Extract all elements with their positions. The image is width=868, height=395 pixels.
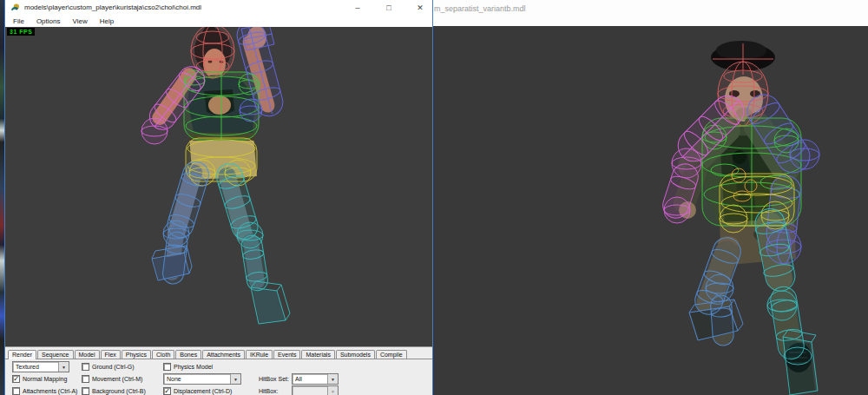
tab-events[interactable]: Events [273, 350, 300, 359]
menu-bar: FileOptionsViewHelp [5, 15, 432, 27]
tab-submodels[interactable]: Submodels [336, 350, 375, 359]
checkbox-label: Ground (Ctrl-G) [92, 364, 135, 370]
menu-options[interactable]: Options [36, 17, 61, 25]
checkbox-box[interactable]: ✓ [12, 375, 20, 383]
hitbox-left-leg [152, 159, 212, 286]
app-icon [10, 3, 20, 12]
menu-file[interactable]: File [13, 17, 24, 25]
physics-model-checkbox[interactable]: Physics Model [163, 363, 213, 371]
hitbox-set-label: HitBox Set: [259, 376, 289, 382]
tab-compile[interactable]: Compile [376, 350, 407, 359]
hitbox-set-value: All [293, 376, 327, 382]
hitbox-right-leg [214, 161, 290, 324]
model-choi[interactable] [5, 27, 432, 346]
back-window-titlebar[interactable]: m_separatist_variantb.mdl [433, 0, 868, 26]
dropdown-arrow-icon: ▼ [327, 386, 338, 395]
close-icon[interactable]: ✕ [415, 3, 425, 12]
attachments-checkbox[interactable]: Attachments (Ctrl-A) [12, 387, 77, 395]
tab-flex[interactable]: Flex [101, 350, 121, 359]
menu-help[interactable]: Help [100, 17, 114, 25]
normal-mapping-checkbox[interactable]: ✓Normal Mapping [12, 375, 67, 383]
front-window: models\player\custom_player\kuristaja\cs… [4, 0, 433, 395]
hitbox-label: HitBox: [259, 388, 279, 394]
checkbox-box[interactable] [82, 375, 89, 383]
tab-strip: RenderSequenceModelFlexPhysicsClothBones… [5, 347, 432, 359]
background-checkbox[interactable]: Background (Ctrl-B) [82, 387, 146, 395]
dropdown-arrow-icon[interactable]: ▼ [327, 374, 338, 384]
desktop: m_separatist_variantb.mdl [0, 0, 868, 395]
dropdown-arrow-icon[interactable]: ▼ [58, 362, 69, 372]
back-model-viewport[interactable] [433, 26, 868, 395]
tab-bones[interactable]: Bones [175, 350, 201, 359]
control-panel: RenderSequenceModelFlexPhysicsClothBones… [5, 346, 432, 395]
hitbox-select: ▼ [292, 385, 339, 395]
checkbox-box[interactable] [82, 363, 89, 371]
ground-checkbox[interactable]: Ground (Ctrl-G) [82, 363, 135, 371]
overlay-mode-value: None [164, 376, 230, 382]
tab-cloth[interactable]: Cloth [152, 350, 174, 359]
checkbox-label: Background (Ctrl-B) [92, 388, 146, 394]
tab-physics[interactable]: Physics [122, 350, 151, 359]
hitbox-set-select[interactable]: All ▼ [292, 373, 339, 385]
displacement-checkbox[interactable]: ✓Displacement (Ctrl-D) [163, 387, 232, 395]
hitbox-left-leg [689, 234, 745, 346]
minimize-icon[interactable]: – [352, 3, 363, 12]
render-tab-controls: Textured ▼ Ground (Ctrl-G) Physics Model… [5, 359, 432, 395]
tab-materials[interactable]: Materials [301, 350, 334, 359]
tab-model[interactable]: Model [75, 350, 100, 359]
dropdown-arrow-icon[interactable]: ▼ [230, 374, 240, 384]
menu-view[interactable]: View [72, 17, 87, 25]
tab-ikrule[interactable]: IKRule [246, 350, 273, 359]
checkbox-label: Movement (Ctrl-M) [92, 376, 142, 382]
model-separatist[interactable] [433, 26, 868, 395]
maximize-icon[interactable]: □ [384, 3, 394, 12]
model-viewport[interactable]: 31 FPS [5, 27, 432, 346]
titlebar[interactable]: models\player\custom_player\kuristaja\cs… [5, 0, 432, 15]
overlay-mode-select[interactable]: None ▼ [163, 373, 241, 385]
hitbox-right-leg [752, 206, 818, 395]
render-mode-value: Textured [13, 364, 58, 370]
render-mode-select[interactable]: Textured ▼ [12, 361, 69, 372]
checkbox-label: Attachments (Ctrl-A) [23, 388, 77, 394]
movement-checkbox[interactable]: Movement (Ctrl-M) [82, 375, 142, 383]
checkbox-box[interactable] [12, 387, 20, 395]
checkbox-label: Displacement (Ctrl-D) [174, 388, 232, 394]
tab-sequence[interactable]: Sequence [37, 350, 74, 359]
checkbox-box[interactable] [82, 387, 89, 395]
checkbox-box[interactable] [163, 363, 171, 371]
window-title: models\player\custom_player\kuristaja\cs… [24, 3, 201, 11]
back-window-title: m_separatist_variantb.mdl [433, 0, 526, 13]
checkbox-box[interactable]: ✓ [163, 387, 171, 395]
back-window[interactable]: m_separatist_variantb.mdl [433, 0, 868, 395]
tab-render[interactable]: Render [8, 350, 36, 359]
checkbox-label: Normal Mapping [23, 376, 67, 382]
tab-attachments[interactable]: Attachments [202, 350, 245, 359]
checkbox-label: Physics Model [174, 364, 213, 370]
